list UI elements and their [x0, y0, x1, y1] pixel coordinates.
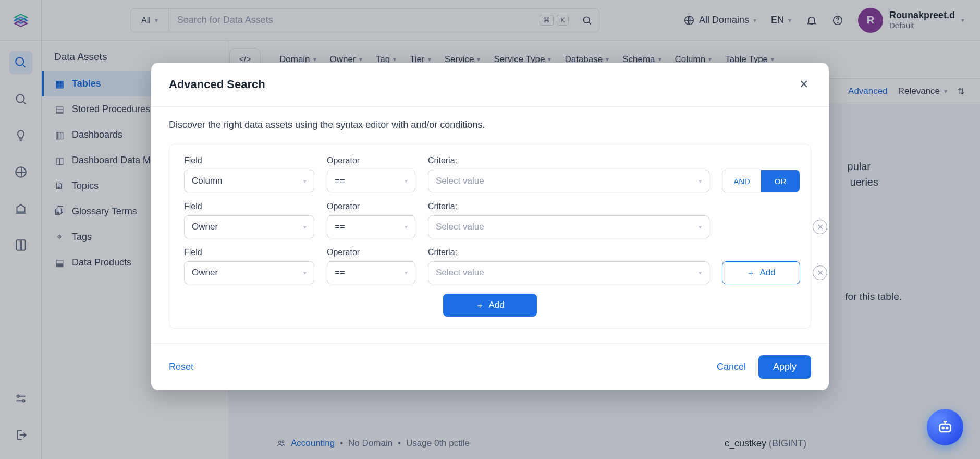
operator-label: Operator	[327, 202, 415, 211]
bot-icon	[936, 418, 954, 437]
apply-button[interactable]: Apply	[758, 355, 811, 379]
close-icon: ✕	[817, 222, 824, 232]
field-label: Field	[184, 156, 314, 165]
plus-icon: ＋	[746, 267, 755, 279]
criteria-placeholder: Select value	[436, 268, 484, 278]
or-toggle[interactable]: OR	[761, 170, 800, 192]
field-value: Owner	[192, 268, 218, 278]
chevron-down-icon: ▾	[699, 223, 702, 231]
remove-row-button[interactable]: ✕	[813, 265, 827, 280]
field-value: Owner	[192, 222, 218, 232]
chevron-down-icon: ▾	[303, 223, 307, 231]
field-label: Field	[184, 248, 314, 257]
operator-value: ==	[335, 268, 345, 278]
operator-select[interactable]: ==▾	[327, 261, 415, 284]
cancel-button[interactable]: Cancel	[717, 361, 746, 372]
close-icon: ✕	[799, 78, 808, 91]
svg-rect-13	[940, 424, 951, 432]
modal-title: Advanced Search	[169, 78, 265, 91]
and-toggle[interactable]: AND	[722, 170, 761, 192]
svg-point-14	[942, 427, 944, 429]
criteria-label: Criteria:	[428, 156, 709, 165]
condition-builder: Field Column▾ Operator ==▾ Criteria: Sel…	[169, 144, 811, 329]
operator-select[interactable]: ==▾	[327, 170, 415, 192]
field-select[interactable]: Owner▾	[184, 261, 314, 284]
plus-icon: ＋	[475, 299, 484, 311]
criteria-label: Criteria:	[428, 248, 709, 257]
remove-row-button[interactable]: ✕	[813, 220, 827, 234]
chat-fab[interactable]	[927, 409, 963, 445]
modal-footer: Reset Cancel Apply	[151, 343, 829, 390]
criteria-select[interactable]: Select value▾	[428, 215, 709, 238]
criteria-select[interactable]: Select value▾	[428, 170, 709, 192]
field-label: Field	[184, 202, 314, 211]
operator-value: ==	[335, 176, 345, 186]
chevron-down-icon: ▾	[405, 269, 408, 276]
chevron-down-icon: ▾	[405, 177, 408, 185]
add-label: Add	[488, 300, 504, 310]
field-select[interactable]: Column▾	[184, 170, 314, 192]
close-icon: ✕	[817, 268, 824, 278]
operator-label: Operator	[327, 156, 415, 165]
field-select[interactable]: Owner▾	[184, 215, 314, 238]
operator-select[interactable]: ==▾	[327, 215, 415, 238]
criteria-label: Criteria:	[428, 202, 709, 211]
operator-value: ==	[335, 222, 345, 232]
condition-row: Field Column▾ Operator ==▾ Criteria: Sel…	[184, 156, 796, 192]
chevron-down-icon: ▾	[699, 269, 702, 276]
reset-button[interactable]: Reset	[169, 361, 193, 372]
add-row-button[interactable]: ＋Add	[722, 261, 800, 284]
condition-row: Field Owner▾ Operator ==▾ Criteria: Sele…	[184, 202, 796, 238]
criteria-placeholder: Select value	[436, 222, 484, 232]
chevron-down-icon: ▾	[405, 223, 408, 231]
criteria-placeholder: Select value	[436, 176, 484, 186]
chevron-down-icon: ▾	[303, 269, 307, 276]
chevron-down-icon: ▾	[303, 177, 307, 185]
svg-point-15	[946, 427, 948, 429]
field-value: Column	[192, 176, 223, 186]
advanced-search-modal: Advanced Search ✕ Discover the right dat…	[151, 63, 829, 390]
boolean-toggle: AND OR	[722, 170, 800, 192]
condition-row: Field Owner▾ Operator ==▾ Criteria: Sele…	[184, 248, 796, 284]
modal-header: Advanced Search ✕	[151, 63, 829, 107]
add-label: Add	[760, 268, 775, 278]
close-button[interactable]: ✕	[797, 77, 811, 92]
modal-description: Discover the right data assets using the…	[151, 107, 829, 135]
add-group-button[interactable]: ＋Add	[443, 294, 537, 317]
criteria-select[interactable]: Select value▾	[428, 261, 709, 284]
operator-label: Operator	[327, 248, 415, 257]
chevron-down-icon: ▾	[699, 177, 702, 185]
modal-overlay[interactable]: Advanced Search ✕ Discover the right dat…	[0, 0, 980, 459]
